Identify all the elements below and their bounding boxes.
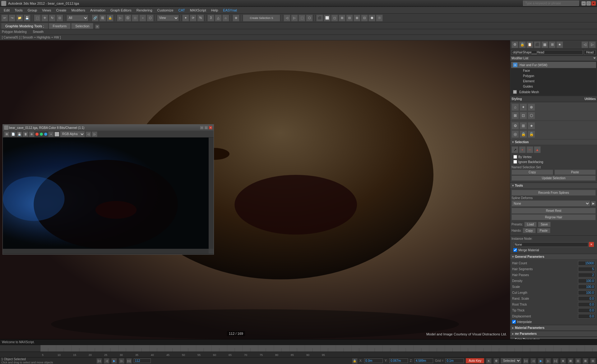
prev-frame-btn[interactable]: ◁ [104, 358, 109, 364]
style-icon-5[interactable]: ⊡ [520, 112, 527, 119]
modifier-item-polygon[interactable]: Polygon [511, 73, 596, 79]
pt-icon-1[interactable]: ⚙ [511, 41, 518, 48]
util-icon-2[interactable]: ⊞ [520, 122, 527, 130]
modifier-item-editable-mesh[interactable]: Editable Mesh [511, 89, 596, 95]
sel-icon-arrow[interactable]: ↗ [511, 146, 518, 153]
menu-rendering[interactable]: Rendering [134, 8, 155, 13]
menu-maxscript[interactable]: MAXScript [187, 8, 209, 13]
pb-extra2[interactable]: ◁ [530, 358, 536, 364]
style-icon-2[interactable]: ✦ [520, 103, 527, 111]
fi-copy[interactable]: ⊕ [29, 131, 35, 137]
lock-btn[interactable]: 🔒 [352, 358, 358, 364]
tb-magnet[interactable]: ⊕ [233, 15, 239, 21]
style-icon-4[interactable]: ⊠ [511, 112, 519, 119]
none-select[interactable]: None [511, 200, 590, 207]
hair-segments-input[interactable] [578, 267, 595, 271]
displacement-input[interactable] [578, 314, 595, 319]
sel-icon-vertex[interactable]: • [519, 146, 526, 153]
search-input[interactable] [523, 1, 579, 6]
sel-icon-edge[interactable]: ─ [526, 146, 533, 153]
tb-circ-sel[interactable]: ○ [139, 15, 146, 21]
tb-open[interactable]: 📁 [16, 15, 23, 21]
interpolate-checkbox[interactable] [512, 320, 516, 324]
hairdo-copy-btn[interactable]: Copy [523, 228, 535, 233]
tab-close-btn[interactable]: ✕ [95, 25, 100, 29]
tb-render5[interactable]: ⊟ [346, 15, 353, 21]
style-icon-3[interactable]: ⊕ [528, 103, 535, 111]
tb-undo[interactable]: ↩ [1, 15, 8, 21]
tb-render2[interactable]: ⬜ [324, 15, 331, 21]
tb-render6[interactable]: ⊠ [354, 15, 360, 21]
merge-material-checkbox[interactable] [513, 248, 517, 252]
fi-trash[interactable]: 🗑 [23, 131, 28, 137]
fi-nav-prev[interactable]: ◁ [86, 131, 91, 137]
view-select[interactable]: View [157, 15, 179, 21]
tb-snap[interactable]: ✦ [182, 15, 189, 21]
reset-rest-btn[interactable]: Reset Rest [511, 208, 596, 214]
create-selection-btn[interactable]: Create Selection S [243, 15, 280, 21]
selection-collapse[interactable]: ▾ Selection [510, 139, 597, 145]
y-input[interactable] [389, 358, 408, 363]
modifier-item-element[interactable]: Element [511, 79, 596, 84]
tab-freeform[interactable]: Freeform [49, 23, 71, 29]
pt-icon-6[interactable]: ⊞ [549, 41, 556, 48]
frizz-params-collapse[interactable]: ▸ Frizz Parameters [510, 337, 597, 339]
grid-input[interactable] [445, 358, 464, 363]
util-icon-6[interactable]: 🔓 [528, 130, 535, 138]
color-dot-green[interactable] [39, 132, 43, 136]
util-icon-5[interactable]: 🔒 [520, 130, 527, 138]
material-params-collapse[interactable]: ▸ Material Parameters [510, 325, 597, 331]
x-input[interactable] [364, 358, 383, 363]
sel-icon-face[interactable]: ▲ [534, 146, 541, 153]
by-vertex-checkbox[interactable] [513, 155, 517, 159]
editable-mesh-checkbox[interactable] [513, 90, 517, 94]
tb-rotate[interactable]: ↻ [49, 15, 56, 21]
tab-graphite[interactable]: Graphite Modeling Tools ; [1, 23, 48, 29]
tip-thick-input[interactable] [578, 308, 595, 313]
fi-new[interactable]: ⊞ [4, 131, 10, 137]
tb-bind[interactable]: 🔒 [107, 15, 113, 21]
style-icon-6[interactable]: ⬡ [528, 112, 535, 119]
float-horizontal-scrollbar[interactable] [3, 249, 209, 254]
menu-create[interactable]: Create [53, 8, 69, 13]
obj-name-input[interactable] [511, 50, 583, 55]
tb-render8[interactable]: ⬢ [368, 15, 375, 21]
util-icon-3[interactable]: ★ [528, 122, 535, 130]
tb-pct2[interactable]: ⌂ [222, 15, 229, 21]
selection-paste-btn[interactable]: Paste [554, 170, 596, 175]
update-selection-btn[interactable]: Update Selection [511, 175, 596, 181]
tb-render3[interactable]: ◻ [331, 15, 338, 21]
modifier-item-face[interactable]: Face [511, 68, 596, 73]
minimize-button[interactable]: ─ [581, 1, 586, 6]
rand-scale-input[interactable] [578, 296, 595, 301]
pb-extra6[interactable]: ⊕ [560, 358, 566, 364]
fi-open[interactable]: 📄 [10, 131, 16, 137]
tools-collapse[interactable]: ▾ Tools [510, 183, 597, 189]
selected-dropdown[interactable]: Selected All [501, 358, 521, 363]
select-filter[interactable]: All Geometry Shapes [67, 15, 88, 21]
pt-icon-7[interactable]: ★ [556, 41, 563, 48]
tb-named1[interactable]: ◁ [284, 15, 290, 21]
modifier-item-hairfur[interactable]: H Hair and Fur (WSM) [511, 62, 596, 68]
tb-percent[interactable]: % [197, 15, 204, 21]
color-dot-red[interactable] [35, 132, 39, 136]
menu-group[interactable]: Group [25, 8, 40, 13]
tb-unlink[interactable]: ⛓ [99, 15, 106, 21]
timeline-track[interactable] [40, 345, 597, 352]
next-frame-btn[interactable]: ▷ [119, 358, 124, 364]
auto-key-btn[interactable]: Auto Key [466, 358, 484, 363]
tb-save[interactable]: 💾 [24, 15, 30, 21]
tb-render7[interactable]: ⊡ [361, 15, 368, 21]
play-btn[interactable]: ▶ [111, 358, 117, 364]
tb-named4[interactable]: ⬡ [306, 15, 313, 21]
tb-render9[interactable]: ☉ [376, 15, 383, 21]
pt-icon-right2[interactable]: ▷ [589, 41, 596, 48]
pt-icon-right1[interactable]: ◁ [581, 41, 588, 48]
pb-extra1[interactable]: |◁ [523, 358, 529, 364]
float-close-btn[interactable]: ✕ [209, 126, 212, 130]
density-input[interactable] [578, 279, 595, 283]
regrow-hair-btn[interactable]: Regrow Hair [511, 214, 596, 220]
tb-select-obj[interactable]: ▷ [117, 15, 124, 21]
go-end-btn[interactable]: ▷| [126, 358, 132, 364]
scale-input[interactable] [578, 284, 595, 289]
